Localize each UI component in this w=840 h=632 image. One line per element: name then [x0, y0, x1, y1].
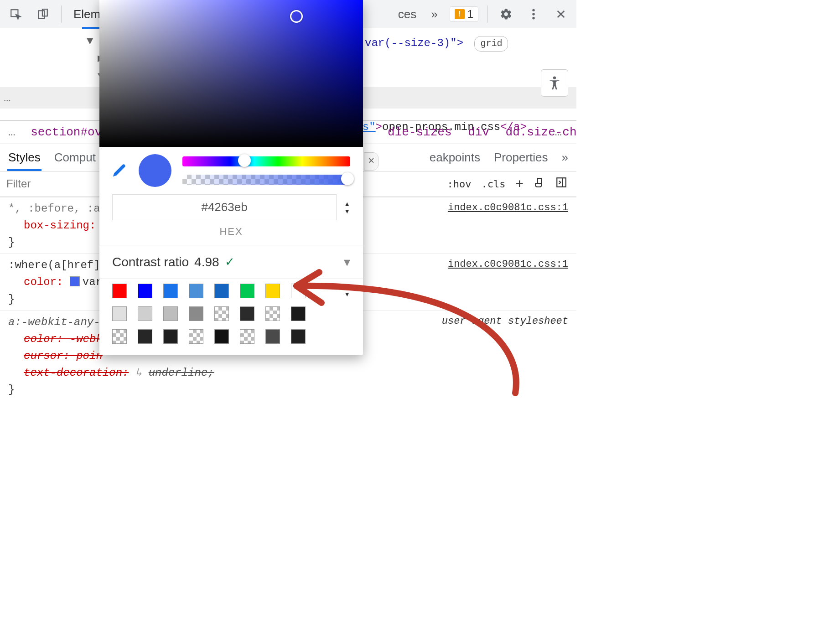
sv-cursor[interactable]	[290, 10, 303, 23]
palette-swatch[interactable]	[163, 284, 178, 298]
css-property-overridden[interactable]: text-decoration:	[24, 367, 129, 379]
inspect-element-icon[interactable]	[6, 5, 25, 23]
contrast-label: Contrast ratio	[112, 255, 189, 269]
tab-computed[interactable]: Comput	[54, 150, 96, 165]
breadcrumb-item[interactable]: dle-sizes	[388, 125, 451, 139]
eyedropper-icon[interactable]	[112, 162, 128, 180]
disclosure-triangle-down-icon[interactable]: ▼	[87, 33, 95, 50]
rule-source-label: user agent stylesheet	[442, 314, 568, 329]
alpha-thumb[interactable]	[341, 172, 354, 185]
breadcrumb-item[interactable]: dd.size-chart	[506, 125, 576, 139]
palette-swatch[interactable]	[240, 329, 254, 344]
warning-icon: !	[455, 9, 465, 19]
palette-swatch[interactable]	[214, 306, 229, 321]
alpha-slider[interactable]	[182, 175, 350, 185]
issues-badge[interactable]: ! 1	[450, 6, 478, 22]
palette-swatch[interactable]	[112, 329, 127, 344]
palette-swatch[interactable]	[240, 284, 254, 298]
palette-swatch[interactable]	[138, 329, 152, 344]
format-spinner[interactable]: ▲▼	[344, 202, 350, 213]
subtabs-overflow[interactable]: »	[562, 150, 568, 165]
svg-point-6	[553, 77, 556, 79]
tabs-overflow[interactable]: »	[428, 1, 440, 27]
tab-styles[interactable]: Styles	[8, 150, 41, 165]
css-property-overridden[interactable]: color: -webk	[24, 333, 103, 345]
palette-swatch[interactable]	[265, 284, 280, 298]
hex-input[interactable]	[112, 194, 337, 220]
palette-swatch[interactable]	[189, 306, 203, 321]
current-color-swatch	[139, 154, 171, 187]
svg-point-3	[532, 9, 534, 11]
rule-brace: }	[8, 381, 568, 398]
computed-sidebar-toggle-icon[interactable]	[555, 176, 567, 191]
palette-swatch[interactable]	[214, 284, 229, 298]
svg-rect-1	[38, 10, 44, 18]
dom-attr-fragment[interactable]: var(--size-3)"> grid	[365, 35, 508, 52]
tab-elements[interactable]: Elem	[71, 1, 103, 27]
color-swatch-icon[interactable]	[70, 276, 80, 286]
color-picker-popover: ▲▼ HEX Contrast ratio 4.98 ✓ ▾ ▲▼	[99, 0, 363, 355]
palette-swatch[interactable]	[265, 329, 280, 344]
css-selector[interactable]: a:-webkit-any-l	[8, 316, 107, 328]
palette-swatches: ▲▼	[99, 279, 363, 355]
css-selector[interactable]: *, :before, :af	[8, 202, 107, 215]
palette-swatch[interactable]	[112, 284, 127, 298]
palette-swatch[interactable]	[138, 306, 152, 321]
saturation-value-field[interactable]	[99, 0, 363, 147]
issues-count: 1	[467, 8, 473, 21]
contrast-ratio-row[interactable]: Contrast ratio 4.98 ✓ ▾	[99, 245, 363, 279]
css-property-overridden[interactable]: cursor: poin	[24, 350, 103, 362]
toggle-classes-button[interactable]: .cls	[481, 178, 505, 190]
svg-rect-7	[557, 178, 566, 187]
palette-spinner[interactable]: ▲▼	[344, 285, 350, 296]
dom-line-ellipsis: …	[4, 89, 11, 108]
contrast-expand-icon[interactable]: ▾	[344, 254, 350, 269]
settings-gear-icon[interactable]	[497, 5, 515, 23]
grid-badge[interactable]: grid	[474, 36, 508, 52]
tab-dom-breakpoints[interactable]: eakpoints	[430, 150, 480, 165]
contrast-pass-check-icon: ✓	[225, 255, 235, 269]
hue-slider[interactable]	[182, 156, 350, 166]
new-style-rule-icon[interactable]: +	[515, 176, 524, 192]
indent-arrow-icon: ↳	[135, 367, 142, 379]
palette-swatch[interactable]	[240, 306, 254, 321]
breadcrumb-overflow-left[interactable]: …	[8, 125, 16, 139]
rule-source-link[interactable]: index.c0c9081c.css:1	[448, 257, 568, 272]
palette-swatch[interactable]	[163, 329, 178, 344]
palette-swatch[interactable]	[112, 306, 127, 321]
palette-swatch[interactable]	[189, 329, 203, 344]
tab-properties[interactable]: Properties	[494, 150, 548, 165]
css-selector[interactable]: :where(a[href])	[8, 259, 107, 271]
device-toolbar-icon[interactable]	[34, 5, 52, 23]
breadcrumb-item[interactable]: section#ove	[31, 125, 109, 139]
svg-point-4	[532, 13, 534, 15]
svg-point-5	[532, 16, 534, 19]
close-devtools-icon[interactable]	[552, 5, 570, 23]
dom-chip-close[interactable]: ×	[364, 152, 379, 171]
css-property[interactable]: box-sizing:	[24, 219, 96, 232]
rule-source-link[interactable]: index.c0c9081c.css:1	[448, 200, 568, 216]
toggle-hover-button[interactable]: :hov	[447, 178, 472, 190]
palette-swatch[interactable]	[291, 306, 306, 321]
tab-sources-fragment[interactable]: ces	[395, 1, 419, 27]
contrast-value: 4.98	[194, 255, 219, 269]
palette-swatch[interactable]	[138, 284, 152, 298]
kebab-menu-icon[interactable]	[524, 5, 543, 23]
css-value[interactable]: underline;	[149, 367, 214, 379]
paint-brush-icon[interactable]	[534, 176, 545, 191]
palette-swatch[interactable]	[291, 329, 306, 344]
palette-swatch[interactable]	[189, 284, 203, 298]
palette-swatch[interactable]	[291, 284, 306, 298]
hue-thumb[interactable]	[238, 154, 251, 167]
accessibility-tree-icon[interactable]	[541, 69, 568, 97]
palette-swatch[interactable]	[163, 306, 178, 321]
color-format-label: HEX	[99, 226, 363, 245]
breadcrumb-item[interactable]: div	[468, 125, 489, 139]
palette-swatch[interactable]	[265, 306, 280, 321]
css-property[interactable]: color:	[24, 276, 63, 288]
breadcrumb-overflow-right[interactable]: …	[555, 125, 562, 139]
palette-swatch[interactable]	[214, 329, 229, 344]
